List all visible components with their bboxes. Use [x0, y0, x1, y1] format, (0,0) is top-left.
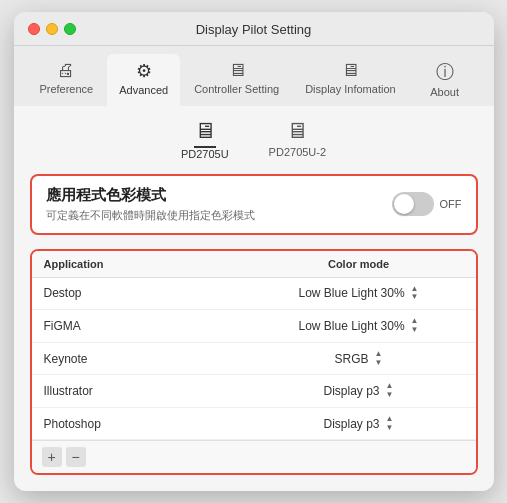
app-color-table: Application Color mode Destop Low Blue L… — [30, 249, 478, 476]
feature-toggle[interactable] — [392, 192, 434, 216]
table-row: FiGMA Low Blue Light 30% ▲▼ — [32, 310, 476, 343]
toggle-knob — [394, 194, 414, 214]
preference-icon: 🖨 — [57, 60, 75, 81]
display-info-icon: 🖥 — [341, 60, 359, 81]
tab-bar: 🖨 Preference ⚙ Advanced 🖥 Controller Set… — [14, 46, 494, 106]
cell-app-3: Illustrator — [44, 384, 254, 398]
feature-text: 應用程式色彩模式 可定義在不同軟體時開啟使用指定色彩模式 — [46, 186, 255, 223]
tab-controller-label: Controller Setting — [194, 83, 279, 95]
feature-box: 應用程式色彩模式 可定義在不同軟體時開啟使用指定色彩模式 OFF — [30, 174, 478, 235]
toggle-container: OFF — [392, 192, 462, 216]
table-row: Destop Low Blue Light 30% ▲▼ — [32, 278, 476, 311]
monitor-2-icon: 🖥 — [286, 118, 308, 144]
cell-app-2: Keynote — [44, 352, 254, 366]
monitor-1-icon-wrap: 🖥 — [194, 118, 216, 148]
cell-app-4: Photoshop — [44, 417, 254, 431]
col-app-header: Application — [44, 258, 254, 270]
cell-mode-text-4: Display p3 — [324, 417, 380, 431]
monitor-selector: 🖥 PD2705U 🖥 PD2705U-2 — [30, 118, 478, 160]
table-row: Keynote SRGB ▲▼ — [32, 343, 476, 376]
chevron-updown-2[interactable]: ▲▼ — [375, 350, 383, 368]
tab-display-info[interactable]: 🖥 Display Infomation — [293, 54, 408, 106]
controller-icon: 🖥 — [228, 60, 246, 81]
tab-about[interactable]: ⓘ About — [410, 54, 480, 106]
minimize-button[interactable] — [46, 23, 58, 35]
content-area: 🖥 PD2705U 🖥 PD2705U-2 應用程式色彩模式 可定義在不同軟體時… — [14, 106, 494, 492]
cell-mode-1[interactable]: Low Blue Light 30% ▲▼ — [254, 317, 464, 335]
cell-mode-text-1: Low Blue Light 30% — [299, 319, 405, 333]
about-icon: ⓘ — [436, 60, 454, 84]
maximize-button[interactable] — [64, 23, 76, 35]
advanced-icon: ⚙ — [136, 60, 152, 82]
add-row-button[interactable]: + — [42, 447, 62, 467]
cell-mode-3[interactable]: Display p3 ▲▼ — [254, 382, 464, 400]
cell-mode-text-0: Low Blue Light 30% — [299, 286, 405, 300]
feature-title: 應用程式色彩模式 — [46, 186, 255, 205]
chevron-updown-3[interactable]: ▲▼ — [386, 382, 394, 400]
tab-preference-label: Preference — [39, 83, 93, 95]
close-button[interactable] — [28, 23, 40, 35]
traffic-lights — [28, 23, 76, 35]
chevron-updown-4[interactable]: ▲▼ — [386, 415, 394, 433]
cell-app-1: FiGMA — [44, 319, 254, 333]
tab-controller[interactable]: 🖥 Controller Setting — [182, 54, 291, 106]
tab-preference[interactable]: 🖨 Preference — [27, 54, 105, 106]
remove-row-button[interactable]: − — [66, 447, 86, 467]
feature-description: 可定義在不同軟體時開啟使用指定色彩模式 — [46, 208, 255, 223]
cell-mode-2[interactable]: SRGB ▲▼ — [254, 350, 464, 368]
toggle-state-label: OFF — [440, 198, 462, 210]
cell-mode-text-3: Display p3 — [324, 384, 380, 398]
main-window: Display Pilot Setting 🖨 Preference ⚙ Adv… — [14, 12, 494, 492]
chevron-updown-1[interactable]: ▲▼ — [411, 317, 419, 335]
tab-advanced[interactable]: ⚙ Advanced — [107, 54, 180, 106]
monitor-1-icon: 🖥 — [194, 118, 216, 143]
table-row: Illustrator Display p3 ▲▼ — [32, 375, 476, 408]
monitor-2[interactable]: 🖥 PD2705U-2 — [269, 118, 326, 160]
tab-display-info-label: Display Infomation — [305, 83, 396, 95]
table-row: Photoshop Display p3 ▲▼ — [32, 408, 476, 441]
tab-about-label: About — [430, 86, 459, 98]
cell-mode-4[interactable]: Display p3 ▲▼ — [254, 415, 464, 433]
window-title: Display Pilot Setting — [196, 22, 312, 37]
monitor-1[interactable]: 🖥 PD2705U — [181, 118, 229, 160]
col-mode-header: Color mode — [254, 258, 464, 270]
cell-mode-0[interactable]: Low Blue Light 30% ▲▼ — [254, 285, 464, 303]
cell-mode-text-2: SRGB — [335, 352, 369, 366]
table-header: Application Color mode — [32, 251, 476, 278]
monitor-2-name: PD2705U-2 — [269, 146, 326, 158]
cell-app-0: Destop — [44, 286, 254, 300]
tab-advanced-label: Advanced — [119, 84, 168, 96]
chevron-updown-0[interactable]: ▲▼ — [411, 285, 419, 303]
titlebar: Display Pilot Setting — [14, 12, 494, 46]
monitor-1-name: PD2705U — [181, 148, 229, 160]
table-footer: + − — [32, 440, 476, 473]
